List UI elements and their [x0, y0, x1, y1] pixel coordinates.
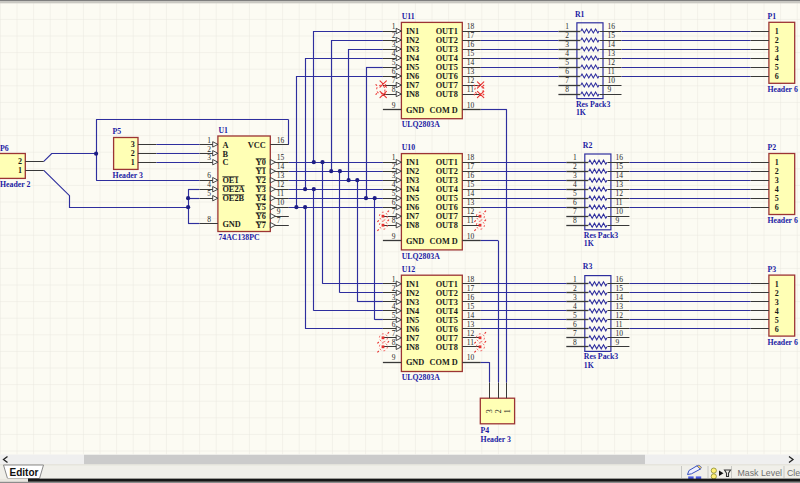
- svg-text:Y0: Y0: [256, 158, 266, 167]
- svg-text:2: 2: [392, 284, 396, 293]
- svg-text:4: 4: [775, 307, 779, 316]
- svg-text:P2: P2: [767, 143, 776, 152]
- svg-text:2: 2: [18, 157, 22, 166]
- svg-text:OUT3: OUT3: [436, 45, 458, 54]
- svg-text:5: 5: [207, 189, 211, 198]
- svg-text:11: 11: [608, 67, 615, 76]
- svg-text:18: 18: [467, 22, 475, 31]
- svg-text:2: 2: [775, 167, 779, 176]
- svg-text:OUT8: OUT8: [436, 343, 458, 352]
- svg-text:2: 2: [573, 162, 577, 171]
- svg-text:OUT6: OUT6: [436, 203, 458, 212]
- svg-text:P6: P6: [0, 144, 9, 153]
- svg-text:16: 16: [615, 153, 623, 162]
- svg-text:5: 5: [775, 316, 779, 325]
- svg-text:2: 2: [775, 289, 779, 298]
- svg-text:8: 8: [392, 85, 396, 94]
- svg-text:6: 6: [775, 72, 779, 81]
- svg-text:IN3: IN3: [406, 176, 419, 185]
- svg-text:9: 9: [277, 207, 281, 216]
- svg-text:IN2: IN2: [406, 167, 419, 176]
- svg-text:OUT1: OUT1: [436, 27, 458, 36]
- svg-text:OUT2: OUT2: [436, 289, 458, 298]
- svg-text:COM D: COM D: [429, 106, 457, 115]
- svg-text:3: 3: [392, 171, 396, 180]
- svg-text:Y1: Y1: [256, 167, 266, 176]
- svg-text:Y6: Y6: [256, 212, 266, 221]
- svg-text:15: 15: [467, 302, 475, 311]
- svg-text:1: 1: [18, 166, 22, 175]
- svg-text:8: 8: [392, 216, 396, 225]
- svg-text:10: 10: [277, 198, 285, 207]
- svg-text:2: 2: [573, 284, 577, 293]
- svg-text:P5: P5: [113, 127, 122, 136]
- svg-text:11: 11: [615, 198, 622, 207]
- svg-text:OUT8: OUT8: [436, 90, 458, 99]
- svg-text:15: 15: [615, 162, 623, 171]
- svg-text:10: 10: [467, 232, 475, 241]
- svg-text:14: 14: [467, 189, 475, 198]
- svg-text:OUT3: OUT3: [436, 298, 458, 307]
- svg-text:IN2: IN2: [406, 289, 419, 298]
- svg-text:GND: GND: [406, 106, 424, 115]
- svg-text:13: 13: [615, 180, 623, 189]
- svg-text:U12: U12: [402, 265, 416, 274]
- svg-text:Header 6: Header 6: [767, 216, 797, 225]
- svg-text:8: 8: [392, 338, 396, 347]
- svg-text:OUT3: OUT3: [436, 176, 458, 185]
- svg-text:Y3: Y3: [256, 185, 266, 194]
- svg-text:4: 4: [573, 180, 577, 189]
- svg-text:OUT1: OUT1: [436, 158, 458, 167]
- svg-text:GND: GND: [222, 220, 240, 229]
- svg-text:14: 14: [277, 162, 285, 171]
- svg-text:IN1: IN1: [406, 27, 419, 36]
- svg-text:3: 3: [775, 45, 779, 54]
- svg-text:12: 12: [467, 329, 475, 338]
- svg-text:P3: P3: [767, 265, 776, 274]
- svg-text:A: A: [222, 141, 228, 150]
- svg-text:1: 1: [392, 153, 396, 162]
- svg-text:9: 9: [615, 338, 619, 347]
- svg-text:15: 15: [608, 31, 616, 40]
- svg-text:ULQ2803A: ULQ2803A: [402, 120, 440, 129]
- svg-text:5: 5: [392, 189, 396, 198]
- svg-text:13: 13: [467, 67, 475, 76]
- svg-text:1: 1: [503, 409, 512, 413]
- svg-text:OUT1: OUT1: [436, 280, 458, 289]
- svg-text:7: 7: [573, 207, 577, 216]
- svg-text:12: 12: [467, 207, 475, 216]
- svg-text:11: 11: [467, 338, 474, 347]
- svg-text:5: 5: [573, 311, 577, 320]
- svg-text:14: 14: [615, 171, 623, 180]
- svg-text:16: 16: [467, 171, 475, 180]
- svg-text:OUT2: OUT2: [436, 36, 458, 45]
- svg-text:5: 5: [392, 58, 396, 67]
- svg-text:16: 16: [608, 22, 616, 31]
- svg-text:13: 13: [467, 320, 475, 329]
- svg-text:17: 17: [467, 31, 475, 40]
- svg-text:11: 11: [467, 216, 474, 225]
- svg-text:3: 3: [775, 298, 779, 307]
- svg-text:3: 3: [485, 409, 494, 413]
- svg-text:IN8: IN8: [406, 221, 419, 230]
- svg-text:Header 6: Header 6: [767, 85, 797, 94]
- svg-text:U11: U11: [402, 12, 415, 21]
- svg-text:OUT2: OUT2: [436, 167, 458, 176]
- svg-text:1: 1: [573, 153, 577, 162]
- svg-text:2: 2: [207, 145, 211, 154]
- svg-text:4: 4: [392, 302, 396, 311]
- svg-text:OE1: OE1: [222, 176, 238, 185]
- svg-text:IN3: IN3: [406, 298, 419, 307]
- svg-text:Y2: Y2: [256, 176, 266, 185]
- svg-text:1: 1: [131, 158, 135, 167]
- svg-text:9: 9: [392, 232, 396, 241]
- svg-text:15: 15: [467, 180, 475, 189]
- svg-text:6: 6: [392, 320, 396, 329]
- svg-text:10: 10: [467, 101, 475, 110]
- svg-text:OUT4: OUT4: [436, 54, 458, 63]
- svg-text:Editor: Editor: [10, 467, 39, 478]
- svg-text:12: 12: [277, 180, 285, 189]
- svg-text:1K: 1K: [576, 108, 586, 117]
- svg-text:OUT7: OUT7: [436, 334, 458, 343]
- svg-text:1: 1: [392, 22, 396, 31]
